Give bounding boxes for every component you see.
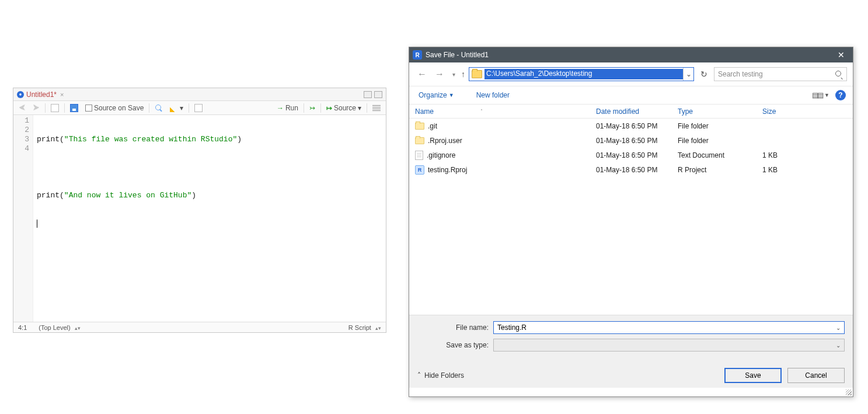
dialog-bottom-panel: File name: Testing.R ⌄ Save as type: ⌄ ˄… bbox=[409, 315, 853, 388]
rerun-button[interactable]: ↣ bbox=[308, 103, 317, 113]
address-dropdown-icon[interactable]: ⌄ bbox=[683, 68, 693, 81]
line-number: 2 bbox=[15, 126, 29, 135]
address-path[interactable]: C:\Users\Sarah_2\Desktop\testing bbox=[484, 69, 683, 79]
r-logo-icon: R bbox=[413, 50, 422, 60]
chevron-down-icon[interactable]: ⌄ bbox=[836, 325, 841, 331]
scope-selector[interactable]: (Top Level) ▴▾ bbox=[39, 324, 80, 331]
file-row[interactable]: Rtesting.Rproj 01-May-18 6:50 PM R Proje… bbox=[409, 162, 853, 177]
dialog-nav-bar: ← → ▾ ↑ C:\Users\Sarah_2\Desktop\testing… bbox=[409, 62, 853, 86]
code-tools-button[interactable]: ▾ bbox=[168, 103, 185, 113]
source-arrow-icon: ↦ bbox=[326, 104, 332, 112]
file-list: Name ˄ Date modified Type Size .git 01-M… bbox=[409, 105, 853, 315]
code-content[interactable]: print("This file was created within RStu… bbox=[33, 115, 245, 322]
r-file-icon: ● bbox=[17, 91, 24, 98]
file-name: .git bbox=[428, 122, 437, 130]
line-gutter: 1 2 3 4 bbox=[13, 115, 33, 322]
file-name: testing.Rproj bbox=[428, 166, 467, 174]
save-as-type-row: Save as type: ⌄ bbox=[417, 339, 845, 352]
file-name-row: File name: Testing.R ⌄ bbox=[417, 321, 845, 334]
magnify-icon bbox=[155, 104, 163, 112]
compile-report-button[interactable] bbox=[193, 103, 204, 113]
line-number: 3 bbox=[15, 135, 29, 144]
run-button[interactable]: → Run bbox=[275, 103, 300, 113]
updown-icon: ▴▾ bbox=[75, 325, 81, 331]
file-name-input[interactable]: Testing.R ⌄ bbox=[493, 321, 845, 334]
save-file-dialog: R Save File - Untitled1 ✕ ← → ▾ ↑ C:\Use… bbox=[409, 47, 853, 397]
address-bar[interactable]: C:\Users\Sarah_2\Desktop\testing ⌄ bbox=[469, 67, 694, 81]
file-row[interactable]: .Rproj.user 01-May-18 6:50 PM File folde… bbox=[409, 133, 853, 148]
language-selector[interactable]: R Script ▴▾ bbox=[348, 324, 381, 331]
file-list-header: Name ˄ Date modified Type Size bbox=[409, 105, 853, 119]
code-token: print bbox=[37, 135, 60, 144]
editor-toolbar: ⮜ ⮞ Source on Save ▾ → Run ↣ ↦ Source ▾ bbox=[13, 101, 386, 115]
save-as-type-select[interactable]: ⌄ bbox=[493, 339, 845, 352]
nav-back-icon[interactable]: ← bbox=[415, 68, 429, 81]
refresh-icon[interactable]: ↻ bbox=[698, 69, 710, 79]
chevron-down-icon: ▼ bbox=[824, 92, 829, 98]
column-header-name[interactable]: Name ˄ bbox=[409, 107, 590, 116]
language-label: R Script bbox=[348, 324, 371, 331]
column-header-size[interactable]: Size bbox=[757, 107, 803, 116]
chevron-down-icon[interactable]: ⌄ bbox=[836, 342, 841, 349]
code-string: "This file was created within RStudio" bbox=[64, 135, 237, 144]
folder-icon bbox=[415, 137, 424, 144]
separator bbox=[189, 103, 189, 113]
rstudio-editor-panel: ● Untitled1* × ⮜ ⮞ Source on Save ▾ → Ru… bbox=[13, 88, 386, 333]
checkbox-icon bbox=[85, 105, 92, 112]
file-name: .Rproj.user bbox=[428, 137, 462, 145]
command-bar-right: ▤▤ ▼ ? bbox=[812, 90, 846, 100]
save-button[interactable]: Save bbox=[724, 368, 782, 383]
source-button[interactable]: ↦ Source ▾ bbox=[325, 103, 363, 113]
organize-button[interactable]: Organize ▼ bbox=[416, 90, 456, 100]
search-placeholder: Search testing bbox=[718, 70, 763, 78]
nav-history-icon[interactable]: ▾ bbox=[450, 70, 458, 79]
dialog-titlebar[interactable]: R Save File - Untitled1 ✕ bbox=[409, 47, 853, 62]
nav-fwd-button[interactable]: ⮞ bbox=[31, 103, 41, 113]
file-row[interactable]: .git 01-May-18 6:50 PM File folder bbox=[409, 119, 853, 133]
hide-folders-toggle[interactable]: ˄ Hide Folders bbox=[417, 371, 464, 380]
column-header-type[interactable]: Type bbox=[672, 107, 757, 116]
pane-window-controls bbox=[364, 91, 382, 98]
separator bbox=[149, 103, 149, 113]
code-area[interactable]: 1 2 3 4 print("This file was created wit… bbox=[13, 115, 386, 322]
sort-asc-icon: ˄ bbox=[480, 109, 483, 114]
nav-up-icon[interactable]: ↑ bbox=[461, 69, 465, 79]
file-date: 01-May-18 6:50 PM bbox=[590, 166, 672, 174]
rproj-icon: R bbox=[415, 165, 424, 175]
close-icon[interactable]: ✕ bbox=[829, 47, 853, 62]
show-in-new-window-button[interactable] bbox=[49, 103, 61, 113]
file-name-label: File name: bbox=[417, 323, 493, 332]
find-replace-button[interactable] bbox=[153, 103, 165, 113]
command-bar: Organize ▼ New folder ▤▤ ▼ ? bbox=[409, 86, 853, 105]
maximize-pane-icon[interactable] bbox=[374, 91, 382, 98]
file-date: 01-May-18 6:50 PM bbox=[590, 122, 672, 130]
file-type: File folder bbox=[672, 137, 757, 145]
chevron-up-icon: ˄ bbox=[417, 371, 421, 380]
notebook-icon bbox=[194, 104, 203, 112]
help-icon[interactable]: ? bbox=[835, 90, 846, 100]
column-header-date[interactable]: Date modified bbox=[590, 107, 672, 116]
line-number: 1 bbox=[15, 116, 29, 126]
source-on-save-toggle[interactable]: Source on Save bbox=[83, 103, 145, 113]
editor-tab-title[interactable]: Untitled1* bbox=[26, 91, 57, 99]
folder-icon bbox=[415, 123, 424, 130]
view-options-button[interactable]: ▤▤ ▼ bbox=[812, 91, 829, 99]
line-number: 4 bbox=[15, 144, 29, 154]
new-folder-button[interactable]: New folder bbox=[474, 90, 512, 100]
cursor-position[interactable]: 4:1 bbox=[18, 324, 27, 331]
cancel-button[interactable]: Cancel bbox=[787, 368, 845, 383]
file-row[interactable]: .gitignore 01-May-18 6:50 PM Text Docume… bbox=[409, 148, 853, 162]
outline-button[interactable] bbox=[371, 105, 382, 112]
nav-back-button[interactable]: ⮜ bbox=[17, 103, 27, 113]
separator bbox=[320, 103, 321, 113]
nav-forward-icon[interactable]: → bbox=[433, 68, 447, 81]
save-button[interactable] bbox=[68, 103, 80, 113]
search-input[interactable]: Search testing bbox=[714, 67, 847, 81]
code-string: "And now it lives on GitHub" bbox=[64, 191, 191, 200]
file-type: File folder bbox=[672, 122, 757, 130]
folder-icon bbox=[472, 70, 482, 78]
close-tab-icon[interactable]: × bbox=[60, 91, 64, 98]
resize-grip-icon[interactable] bbox=[846, 389, 852, 395]
minimize-pane-icon[interactable] bbox=[364, 91, 372, 98]
dialog-title: Save File - Untitled1 bbox=[426, 51, 489, 59]
